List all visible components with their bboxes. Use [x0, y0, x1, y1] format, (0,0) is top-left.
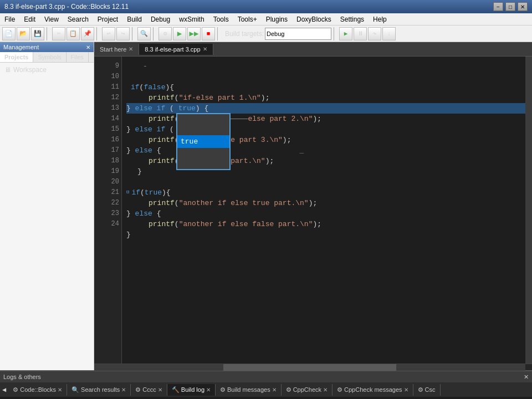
- workspace-label: Workspace: [13, 66, 47, 74]
- menu-item-wxsmith[interactable]: wxSmith: [175, 14, 208, 24]
- autocomplete-item-true[interactable]: true: [177, 135, 229, 148]
- tab-main-file-label: 8.3 if-else-part 3.cpp: [145, 46, 200, 53]
- tab-start-here-close[interactable]: ✕: [129, 46, 133, 52]
- undo-button[interactable]: ↩: [102, 27, 115, 40]
- code-line-19: [126, 177, 528, 187]
- panel-tabs: Projects Symbols Files: [0, 52, 94, 63]
- log-tab-codeblocks[interactable]: ⚙ Code::Blocks ✕: [8, 384, 67, 396]
- close-button[interactable]: ✕: [518, 2, 528, 11]
- open-button[interactable]: 📂: [17, 27, 30, 40]
- log-tab-buildmsg[interactable]: ⚙ Build messages ✕: [216, 384, 282, 396]
- log-tab-search-close[interactable]: ✕: [121, 387, 126, 393]
- ln-11: 11: [96, 82, 119, 93]
- log-tab-codeblocks-label: Code::Blocks: [20, 386, 56, 393]
- editor-area: Start here ✕ 8.3 if-else-part 3.cpp ✕ 9 …: [94, 42, 532, 370]
- build-btn1[interactable]: ⚙: [158, 27, 172, 40]
- log-tab-buildmsg-close[interactable]: ✕: [272, 387, 277, 393]
- menu-item-help[interactable]: Help: [369, 14, 391, 24]
- log-tab-cppcheck[interactable]: ⚙ CppCheck ✕: [282, 384, 332, 396]
- build-target-select[interactable]: [265, 28, 331, 40]
- panel-tab-files[interactable]: Files: [66, 52, 89, 62]
- log-tab-csc[interactable]: ⚙ Csc: [413, 384, 441, 396]
- stop-btn[interactable]: ■: [202, 27, 215, 40]
- log-tab-cccc[interactable]: ⚙ Cccc ✕: [131, 384, 167, 396]
- log-tab-buildmsg-icon: ⚙: [220, 386, 226, 393]
- titlebar-title: 8.3 if-else-part 3.cpp - Code::Blocks 12…: [4, 3, 129, 11]
- code-content[interactable]: - if(false){ printf("if-else part 1.\n")…: [122, 57, 532, 364]
- ln-24: 24: [96, 219, 119, 229]
- tab-main-file[interactable]: 8.3 if-else-part 3.cpp ✕: [139, 44, 213, 55]
- menu-item-settings[interactable]: Settings: [336, 14, 369, 24]
- log-tab-search[interactable]: 🔍 Search results ✕: [67, 384, 131, 396]
- ln-21: 21: [96, 187, 119, 198]
- titlebar: 8.3 if-else-part 3.cpp - Code::Blocks 12…: [0, 0, 532, 13]
- panel-tab-projects[interactable]: Projects: [0, 52, 33, 62]
- ln-22: 22: [96, 198, 119, 208]
- editor-scrollbar-h[interactable]: [94, 364, 525, 371]
- log-tab-cppcheck-close[interactable]: ✕: [323, 387, 328, 393]
- panel-tab-symbols[interactable]: Symbols: [33, 52, 66, 62]
- ln-10: 10: [96, 71, 119, 82]
- sep3: [132, 27, 135, 40]
- editor-tabs: Start here ✕ 8.3 if-else-part 3.cpp ✕: [94, 42, 532, 57]
- autocomplete-popup[interactable]: true: [176, 113, 231, 170]
- redo-button[interactable]: ↪: [116, 27, 130, 40]
- menu-item-tools+[interactable]: Tools+: [233, 14, 262, 24]
- save-button[interactable]: 💾: [31, 27, 44, 40]
- menu-item-build[interactable]: Build: [122, 14, 146, 24]
- ln-19: 19: [96, 166, 119, 177]
- log-tab-buildlog-close[interactable]: ✕: [206, 387, 211, 393]
- code-line-22: } else {: [126, 208, 528, 219]
- editor-scrollbar-h-container: [94, 364, 532, 370]
- debug-btn4[interactable]: ↓: [382, 27, 396, 40]
- code-line-11: printf("if-else part 1.\n");: [126, 93, 528, 103]
- menu-item-debug[interactable]: Debug: [146, 14, 175, 24]
- editor-scrollbar-v[interactable]: [525, 57, 532, 364]
- main-layout: Management ✕ Projects Symbols Files 🖥 Wo…: [0, 42, 532, 370]
- log-tab-cppcheck-msg[interactable]: ⚙ CppCheck messages ✕: [332, 384, 413, 396]
- menu-item-edit[interactable]: Edit: [19, 14, 40, 24]
- log-tab-codeblocks-close[interactable]: ✕: [58, 387, 62, 393]
- menu-item-plugins[interactable]: Plugins: [262, 14, 292, 24]
- log-tab-cppcheck-label: CppCheck: [293, 386, 321, 393]
- search-button[interactable]: 🔍: [137, 27, 151, 40]
- build-btn2[interactable]: ▶: [173, 27, 186, 40]
- tab-main-file-close[interactable]: ✕: [203, 46, 207, 52]
- menu-item-tools[interactable]: Tools: [209, 14, 233, 24]
- tab-start-here[interactable]: Start here ✕: [94, 44, 139, 55]
- log-tab-search-icon: 🔍: [71, 386, 79, 393]
- workspace-item[interactable]: 🖥 Workspace: [2, 65, 91, 75]
- debug-btn1[interactable]: ▶: [339, 27, 352, 40]
- log-tab-buildmsg-label: Build messages: [227, 386, 270, 393]
- debug-btn3[interactable]: ↷: [368, 27, 381, 40]
- log-tab-cccc-icon: ⚙: [135, 386, 141, 393]
- new-file-button[interactable]: 📄: [2, 27, 16, 40]
- menu-item-doxyblocks[interactable]: DoxyBlocks: [292, 14, 336, 24]
- menu-item-view[interactable]: View: [40, 14, 63, 24]
- log-tabs: ◀ ⚙ Code::Blocks ✕ 🔍 Search results ✕ ⚙ …: [0, 382, 532, 397]
- ln-9: 9: [96, 61, 119, 71]
- log-tab-codeblocks-icon: ⚙: [13, 386, 18, 393]
- menu-item-search[interactable]: Search: [63, 14, 93, 24]
- log-tab-buildlog[interactable]: 🔨 Build log ✕: [167, 384, 216, 396]
- code-line-20: ⊟if(true){: [126, 187, 528, 198]
- debug-btn2[interactable]: ⏸: [354, 27, 367, 40]
- copy-button[interactable]: 📋: [66, 27, 80, 40]
- paste-button[interactable]: 📌: [81, 27, 94, 40]
- workspace-icon: 🖥: [4, 66, 11, 74]
- log-tabs-prev[interactable]: ◀: [0, 386, 8, 394]
- build-btn3[interactable]: ▶▶: [187, 27, 201, 40]
- logs-close-button[interactable]: ✕: [524, 374, 529, 381]
- panel-close-button[interactable]: ✕: [86, 44, 90, 50]
- ln-20: 20: [96, 177, 119, 187]
- menu-item-project[interactable]: Project: [93, 14, 122, 24]
- ln-15: 15: [96, 124, 119, 135]
- log-tab-cccc-close[interactable]: ✕: [158, 387, 162, 393]
- minimize-button[interactable]: −: [493, 2, 503, 11]
- cut-button[interactable]: ✂: [52, 27, 65, 40]
- log-tab-cppcheck-icon: ⚙: [286, 386, 291, 393]
- maximize-button[interactable]: □: [505, 2, 515, 11]
- menu-item-file[interactable]: File: [0, 14, 19, 24]
- log-tab-cppcheck-msg-close[interactable]: ✕: [404, 387, 408, 393]
- ln-14: 14: [96, 114, 119, 124]
